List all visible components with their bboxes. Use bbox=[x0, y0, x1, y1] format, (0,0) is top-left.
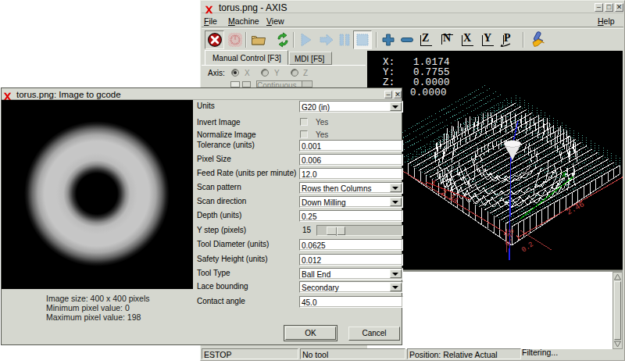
svg-text:2.46: 2.46 bbox=[566, 200, 586, 217]
svg-text:Y: Y bbox=[431, 179, 436, 187]
svg-text:X: X bbox=[562, 171, 566, 180]
svg-text:0.2: 0.2 bbox=[520, 241, 535, 254]
